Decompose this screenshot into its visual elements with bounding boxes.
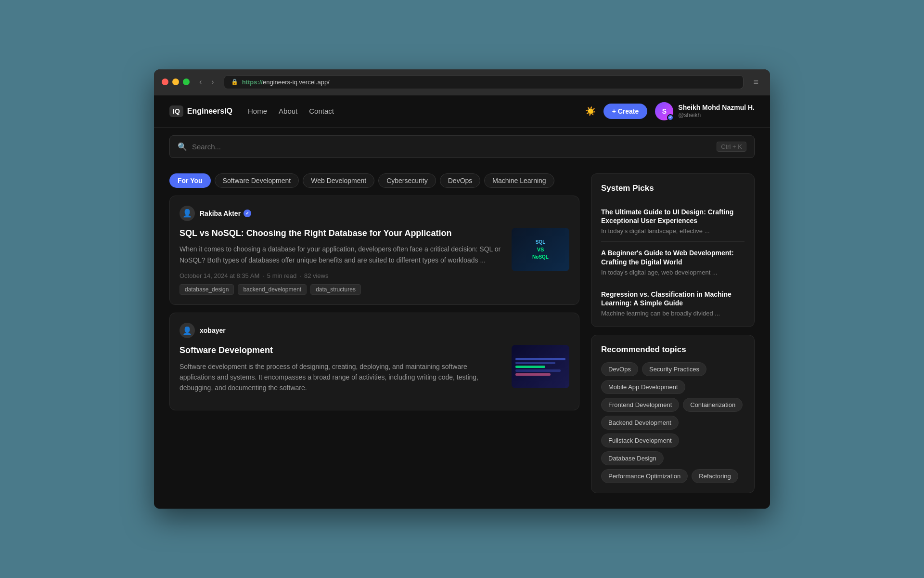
article-text-2: Software Development Software developmen… [180, 345, 504, 400]
pick-title-1: The Ultimate Guide to UI Design: Craftin… [601, 208, 744, 225]
topic-frontend[interactable]: Frontend Development [601, 398, 679, 412]
lock-icon: 🔒 [231, 79, 238, 85]
article-body-2: Software Development Software developmen… [180, 345, 569, 400]
system-picks-title: System Picks [601, 184, 744, 193]
nav-right: ☀️ + Create S ✓ Sheikh Mohd Nazmul H. @s… [585, 102, 755, 120]
browser-titlebar: ‹ › 🔒 https://engineers-iq.vercel.app/ ≡ [154, 69, 770, 95]
author-avatar-2: 👤 [180, 323, 195, 338]
pick-title-2: A Beginner's Guide to Web Development: C… [601, 249, 744, 266]
author-verified-badge: ✓ [244, 210, 251, 217]
tag-data-structures[interactable]: data_structures [310, 284, 361, 295]
sidebar: System Picks The Ultimate Guide to UI De… [591, 173, 755, 501]
article-thumbnail-2 [512, 345, 569, 388]
tab-for-you[interactable]: For You [169, 173, 211, 188]
topic-devops[interactable]: DevOps [601, 362, 638, 376]
system-pick-3[interactable]: Regression vs. Classification in Machine… [601, 283, 744, 317]
back-button[interactable]: ‹ [195, 76, 205, 88]
article-excerpt: When it comes to choosing a database for… [180, 244, 504, 265]
tag-database-design[interactable]: database_design [180, 284, 234, 295]
theme-toggle-icon[interactable]: ☀️ [585, 106, 596, 117]
topic-backend[interactable]: Backend Development [601, 416, 679, 430]
app-content: IQ EngineersIQ Home About Contact ☀️ + C… [154, 95, 770, 509]
tab-machine-learning[interactable]: Machine Learning [484, 173, 554, 188]
maximize-button[interactable] [183, 79, 190, 85]
author-name[interactable]: Rakiba Akter ✓ [200, 210, 251, 217]
recommended-topics-section: Recommended topics DevOps Security Pract… [591, 335, 755, 493]
article-card-2: 👤 xobayer Software Development Software … [169, 313, 579, 410]
address-bar[interactable]: 🔒 https://engineers-iq.vercel.app/ [224, 75, 744, 89]
tab-cybersecurity[interactable]: Cybersecurity [378, 173, 436, 188]
tag-backend-development[interactable]: backend_development [238, 284, 307, 295]
logo-area[interactable]: IQ EngineersIQ [169, 105, 232, 117]
traffic-lights [162, 79, 190, 85]
pick-title-3: Regression vs. Classification in Machine… [601, 290, 744, 307]
pick-excerpt-1: In today's digital landscape, effective … [601, 227, 744, 235]
minimize-button[interactable] [172, 79, 179, 85]
nav-link-about[interactable]: About [279, 107, 297, 115]
search-input[interactable] [192, 143, 712, 151]
main-layout: For You Software Development Web Develop… [154, 166, 770, 509]
create-button[interactable]: + Create [603, 104, 648, 119]
article-tags: database_design backend_development data… [180, 284, 504, 295]
article-card: 👤 Rakiba Akter ✓ SQL vs NoSQL: Choosing … [169, 196, 579, 305]
topic-database-design[interactable]: Database Design [601, 451, 664, 465]
top-nav: IQ EngineersIQ Home About Contact ☀️ + C… [154, 95, 770, 128]
browser-window: ‹ › 🔒 https://engineers-iq.vercel.app/ ≡… [154, 69, 770, 509]
system-pick-1[interactable]: The Ultimate Guide to UI Design: Craftin… [601, 201, 744, 242]
article-title-2[interactable]: Software Development [180, 345, 504, 356]
logo-text: EngineersIQ [187, 107, 232, 116]
topic-mobile-app[interactable]: Mobile App Development [601, 380, 685, 394]
recommended-topics-title: Recommended topics [601, 345, 744, 355]
logo-icon: IQ [169, 105, 183, 117]
tab-web-development[interactable]: Web Development [303, 173, 374, 188]
user-display-name: Sheikh Mohd Nazmul H. [678, 104, 755, 112]
pick-excerpt-2: In today's digital age, web development … [601, 269, 744, 276]
category-tabs: For You Software Development Web Develop… [169, 173, 579, 188]
forward-button[interactable]: › [207, 76, 218, 88]
search-bar[interactable]: 🔍 Ctrl + K [169, 135, 755, 158]
article-thumbnail: SQL VS NoSQL [512, 228, 569, 271]
topic-performance-optimization[interactable]: Performance Optimization [601, 469, 688, 483]
topic-security-practices[interactable]: Security Practices [642, 362, 706, 376]
nav-links: Home About Contact [248, 107, 585, 115]
system-pick-2[interactable]: A Beginner's Guide to Web Development: C… [601, 242, 744, 283]
close-button[interactable] [162, 79, 168, 85]
tab-devops[interactable]: DevOps [440, 173, 481, 188]
system-picks-section: System Picks The Ultimate Guide to UI De… [591, 173, 755, 327]
topic-refactoring[interactable]: Refactoring [692, 469, 738, 483]
article-header-2: 👤 xobayer [180, 323, 569, 338]
article-header: 👤 Rakiba Akter ✓ [180, 206, 569, 221]
url-display: https://engineers-iq.vercel.app/ [242, 79, 330, 86]
pick-excerpt-3: Machine learning can be broadly divided … [601, 310, 744, 317]
tab-software-development[interactable]: Software Development [215, 173, 299, 188]
article-excerpt-2: Software development is the process of d… [180, 361, 504, 394]
topic-containerization[interactable]: Containerization [683, 398, 743, 412]
author-name-2[interactable]: xobayer [200, 327, 226, 334]
nav-buttons: ‹ › [195, 76, 218, 88]
article-body: SQL vs NoSQL: Choosing the Right Databas… [180, 228, 569, 295]
article-title[interactable]: SQL vs NoSQL: Choosing the Right Databas… [180, 228, 504, 239]
avatar: S ✓ [655, 102, 673, 120]
search-icon: 🔍 [178, 142, 187, 151]
search-shortcut: Ctrl + K [717, 142, 746, 152]
verified-badge: ✓ [667, 114, 674, 121]
nav-link-contact[interactable]: Contact [309, 107, 334, 115]
feed-area: For You Software Development Web Develop… [169, 173, 579, 501]
nav-link-home[interactable]: Home [248, 107, 267, 115]
user-info[interactable]: S ✓ Sheikh Mohd Nazmul H. @sheikh [655, 102, 755, 120]
article-text: SQL vs NoSQL: Choosing the Right Databas… [180, 228, 504, 295]
article-meta: October 14, 2024 at 8:35 AM · 5 min read… [180, 272, 504, 279]
search-bar-container: 🔍 Ctrl + K [154, 128, 770, 166]
browser-menu-button[interactable]: ≡ [749, 75, 762, 89]
topics-grid: DevOps Security Practices Mobile App Dev… [601, 362, 744, 483]
author-avatar: 👤 [180, 206, 195, 221]
user-name-area: Sheikh Mohd Nazmul H. @sheikh [678, 104, 755, 118]
topic-fullstack[interactable]: Fullstack Development [601, 434, 679, 447]
user-handle: @sheikh [678, 112, 755, 118]
